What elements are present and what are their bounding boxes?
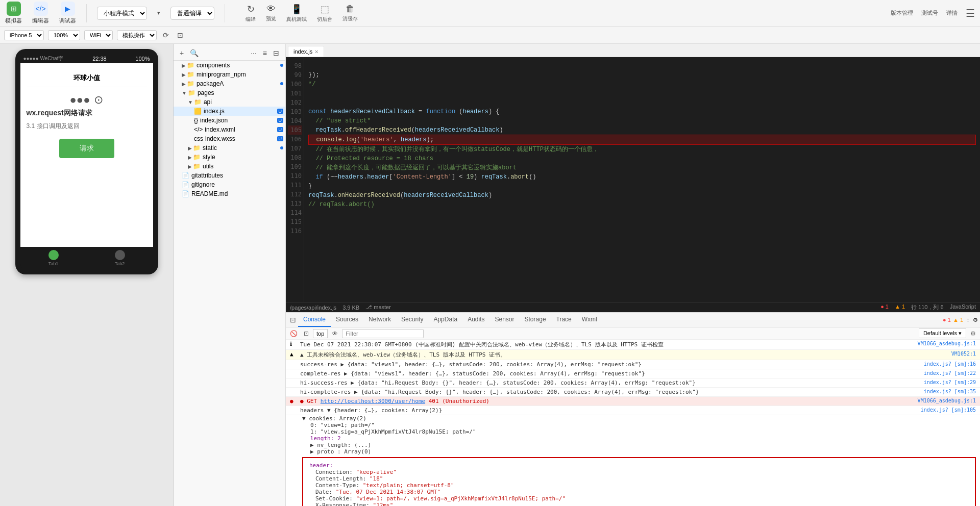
real-test-action[interactable]: 📱 真机调试 bbox=[286, 4, 307, 23]
tree-item-miniprogram-npm[interactable]: ▶ 📁 miniprogram_npm bbox=[174, 70, 285, 79]
tab-trace[interactable]: Trace bbox=[551, 313, 577, 327]
code-content[interactable]: }); */ const headersReceivedCallback = f… bbox=[304, 57, 980, 302]
tree-item-gitignore[interactable]: 📄 gitignore bbox=[174, 180, 285, 189]
search-file-btn[interactable]: 🔍 bbox=[188, 48, 201, 58]
phone-tab-2[interactable]: Tab2 bbox=[87, 250, 153, 266]
console-source-5[interactable]: index.js? [sm]:29 bbox=[920, 380, 976, 385]
detail-btn[interactable]: 详情 bbox=[946, 9, 958, 17]
compile-action[interactable]: ↻ 编译 bbox=[246, 4, 256, 23]
editor-area: + 🔍 ··· ≡ ⊟ ▶ 📁 components ▶ 📁 bbox=[174, 44, 980, 506]
tree-item-style[interactable]: ▶ 📁 style bbox=[174, 153, 285, 162]
new-file-btn[interactable]: + bbox=[178, 48, 186, 58]
console-source-8[interactable]: index.js? [sm]:105 bbox=[917, 407, 976, 413]
tab-filename: index.js bbox=[293, 48, 312, 55]
env-label: 环球小值 bbox=[27, 69, 147, 87]
test-num-btn[interactable]: 测试号 bbox=[921, 9, 938, 17]
console-row-hi-success: hi-success-res ▶ {data: "hi,Request Body… bbox=[286, 378, 980, 388]
music-icon: ●●● bbox=[70, 93, 90, 107]
filepath-display: /pages/api/index.js bbox=[290, 305, 336, 311]
tree-item-static[interactable]: ▶ 📁 static bbox=[174, 143, 285, 153]
tab-wxml[interactable]: Wxml bbox=[577, 313, 602, 327]
tab-security[interactable]: Security bbox=[396, 313, 428, 327]
request-button[interactable]: 请求 bbox=[59, 139, 114, 158]
tab-sources[interactable]: Sources bbox=[331, 313, 363, 327]
tab-network[interactable]: Network bbox=[363, 313, 396, 327]
filter-input[interactable] bbox=[342, 329, 424, 338]
tab-appdata[interactable]: AppData bbox=[428, 313, 462, 327]
console-tree-cookies: ▼ cookies: Array(2) 0: "view=1; path=/" … bbox=[286, 415, 980, 455]
console-row-warning: ▲ ▲ 工具未检验合法域名、web-view（业务域名）、TLS 版本以及 HT… bbox=[286, 350, 980, 360]
tree-item-packagea[interactable]: ▶ 📁 packageA bbox=[174, 79, 285, 88]
tab-storage[interactable]: Storage bbox=[520, 313, 551, 327]
operation-select[interactable]: 模拟操作 bbox=[117, 30, 157, 40]
console-row-headers-tree: headers ▼ {header: {…}, cookies: Array(2… bbox=[286, 406, 980, 415]
tree-item-components[interactable]: ▶ 📁 components bbox=[174, 61, 285, 70]
tree-more-btn[interactable]: ··· bbox=[249, 48, 259, 58]
tree-item-pages[interactable]: ▼ 📁 pages bbox=[174, 88, 285, 97]
devtools-inspect-btn[interactable]: ⊡ bbox=[288, 315, 298, 325]
console-output[interactable]: ℹ Tue Dec 07 2021 22:38:07 GMT+0800 (中国标… bbox=[286, 340, 980, 506]
tree-item-index-wxss[interactable]: css index.wxss U bbox=[174, 134, 285, 143]
play-icon: ⊙ bbox=[94, 93, 103, 107]
tab-close-btn[interactable]: ✕ bbox=[314, 49, 318, 55]
filter-toggle-btn[interactable]: ⊡ bbox=[302, 329, 311, 338]
device-select[interactable]: iPhone 5 bbox=[4, 30, 44, 40]
clear-icon: 🗑 bbox=[346, 4, 355, 14]
level-selector[interactable]: Default levels ▾ bbox=[919, 328, 966, 338]
console-source-2[interactable]: VM1052:1 bbox=[947, 351, 976, 357]
phone-status-bar: ●●●●● WeChat字 22:38 100% bbox=[20, 54, 153, 63]
editor-tab-index-js[interactable]: index.js ✕ bbox=[288, 46, 324, 57]
tab-console[interactable]: Console bbox=[298, 313, 331, 327]
console-source-6[interactable]: index.js? [sm]:35 bbox=[920, 389, 976, 394]
tab-audits[interactable]: Audits bbox=[462, 313, 489, 327]
devtools-settings-btn2[interactable]: ⚙ bbox=[968, 329, 978, 338]
wechat-label: WeChat字 bbox=[40, 56, 63, 61]
toolbar-debugger[interactable]: ▶ 调试器 bbox=[59, 2, 76, 24]
menu-icon[interactable]: ☰ bbox=[966, 7, 975, 19]
console-source-7[interactable]: VM1066_asdebug.js:1 bbox=[914, 398, 976, 403]
toolbar-simulator[interactable]: ⊞ 模拟器 bbox=[5, 2, 22, 24]
phone-tab-bar: Tab1 Tab2 bbox=[20, 247, 153, 269]
tree-item-utils[interactable]: ▶ 📁 utils bbox=[174, 162, 285, 171]
battery-display: 100% bbox=[135, 56, 150, 62]
console-source-1[interactable]: VM1066_asdebug.js:1 bbox=[914, 341, 976, 346]
clear-console-btn[interactable]: 🚫 bbox=[288, 329, 300, 338]
translate-select[interactable]: 普通编译 bbox=[170, 7, 214, 20]
devtools-more-btn[interactable]: ⋮ bbox=[965, 317, 971, 323]
devtools-settings-btn[interactable]: ⚙ bbox=[973, 317, 978, 323]
header-box: header: Connection: "keep-alive" Content… bbox=[302, 457, 976, 506]
dock-btn[interactable]: ⊡ bbox=[175, 30, 185, 40]
language-display: JavaScript bbox=[950, 303, 976, 311]
eye-btn[interactable]: 👁 bbox=[330, 329, 340, 338]
phone-tab-1[interactable]: Tab1 bbox=[20, 250, 87, 266]
tree-item-index-json[interactable]: {} index.json U bbox=[174, 116, 285, 125]
tab-sensor[interactable]: Sensor bbox=[490, 313, 520, 327]
preview-action[interactable]: 👁 预览 bbox=[266, 4, 276, 22]
toolbar-separator-2 bbox=[225, 4, 225, 22]
tree-item-api[interactable]: ▼ 📁 api bbox=[174, 97, 285, 107]
preview-icon: 👁 bbox=[266, 4, 276, 14]
editor-statusbar: /pages/api/index.js 3.9 KB ⎇ master ● 1 … bbox=[286, 302, 980, 312]
tab-dot-2 bbox=[115, 250, 125, 260]
tree-item-index-js[interactable]: 🟨 index.js U bbox=[174, 107, 285, 116]
cut-board-action[interactable]: ⬚ 切后台 bbox=[317, 4, 332, 23]
console-source-4[interactable]: index.js? [sm]:22 bbox=[920, 370, 976, 376]
mode-select[interactable]: 小程序模式 bbox=[97, 7, 147, 20]
context-selector[interactable]: top bbox=[313, 329, 328, 338]
tree-item-readme[interactable]: 📄 README.md bbox=[174, 189, 285, 198]
toolbar-editor[interactable]: </> 编辑器 bbox=[32, 2, 49, 24]
clear-action[interactable]: 🗑 清缓存 bbox=[342, 4, 358, 22]
tree-item-gitattributes[interactable]: 📄 gitattributes bbox=[174, 171, 285, 180]
simulator-label: 模拟器 bbox=[5, 17, 22, 24]
rotate-btn[interactable]: ⟳ bbox=[161, 30, 171, 40]
tree-item-index-wxml[interactable]: </> index.wxml U bbox=[174, 125, 285, 134]
zoom-select[interactable]: 100% bbox=[48, 30, 80, 40]
network-select[interactable]: WiFi bbox=[84, 30, 113, 40]
console-source-3[interactable]: index.js? [sm]:16 bbox=[920, 361, 976, 367]
version-mgmt-btn[interactable]: 版本管理 bbox=[891, 9, 913, 17]
cursor-position: 行 110，列 6 bbox=[911, 303, 944, 311]
tree-sort-btn[interactable]: ≡ bbox=[261, 48, 269, 58]
tree-collapse-btn[interactable]: ⊟ bbox=[271, 48, 281, 58]
code-area[interactable]: 9899100101 102103104 105 106107108109 11… bbox=[286, 57, 980, 302]
devtools-tabs: ⊡ Console Sources Network Security AppDa… bbox=[286, 313, 980, 327]
